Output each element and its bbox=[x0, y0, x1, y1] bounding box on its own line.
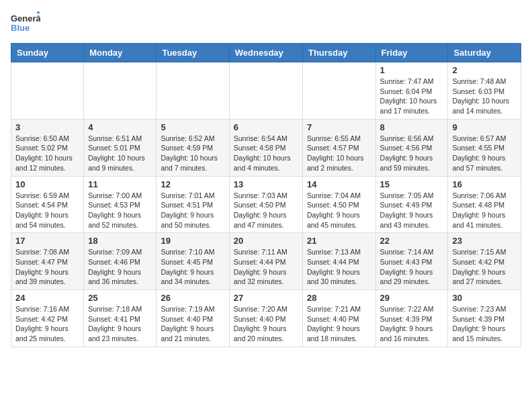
day-number: 18 bbox=[88, 236, 152, 246]
day-number: 17 bbox=[15, 236, 79, 246]
day-info: Sunrise: 6:51 AM Sunset: 5:01 PM Dayligh… bbox=[88, 134, 152, 173]
calendar-cell bbox=[157, 62, 229, 120]
calendar-header-thursday: Thursday bbox=[302, 44, 375, 62]
day-number: 9 bbox=[452, 122, 517, 132]
day-number: 20 bbox=[234, 236, 298, 246]
day-number: 4 bbox=[88, 122, 152, 132]
calendar-cell: 15Sunrise: 7:05 AM Sunset: 4:49 PM Dayli… bbox=[375, 176, 448, 233]
day-number: 14 bbox=[307, 179, 371, 189]
day-info: Sunrise: 7:03 AM Sunset: 4:50 PM Dayligh… bbox=[234, 191, 298, 230]
calendar-cell: 20Sunrise: 7:11 AM Sunset: 4:44 PM Dayli… bbox=[229, 233, 302, 290]
calendar-cell: 26Sunrise: 7:19 AM Sunset: 4:40 PM Dayli… bbox=[157, 290, 229, 347]
day-number: 26 bbox=[161, 293, 224, 303]
calendar-cell: 7Sunrise: 6:55 AM Sunset: 4:57 PM Daylig… bbox=[302, 119, 375, 176]
day-number: 19 bbox=[161, 236, 224, 246]
day-info: Sunrise: 6:54 AM Sunset: 4:58 PM Dayligh… bbox=[234, 134, 298, 173]
day-info: Sunrise: 7:09 AM Sunset: 4:46 PM Dayligh… bbox=[88, 247, 152, 287]
day-number: 8 bbox=[380, 122, 444, 132]
logo-svg: General Blue bbox=[11, 11, 40, 35]
calendar-cell bbox=[84, 62, 157, 120]
calendar-cell: 14Sunrise: 7:04 AM Sunset: 4:50 PM Dayli… bbox=[302, 176, 375, 233]
day-number: 28 bbox=[307, 293, 371, 303]
day-info: Sunrise: 6:50 AM Sunset: 5:02 PM Dayligh… bbox=[15, 134, 79, 173]
calendar-cell: 30Sunrise: 7:23 AM Sunset: 4:39 PM Dayli… bbox=[448, 290, 521, 347]
day-number: 1 bbox=[380, 65, 444, 75]
calendar-cell: 29Sunrise: 7:22 AM Sunset: 4:39 PM Dayli… bbox=[375, 290, 448, 347]
calendar-week-row: 17Sunrise: 7:08 AM Sunset: 4:47 PM Dayli… bbox=[11, 233, 521, 290]
calendar-cell: 21Sunrise: 7:13 AM Sunset: 4:44 PM Dayli… bbox=[302, 233, 375, 290]
day-info: Sunrise: 7:48 AM Sunset: 6:03 PM Dayligh… bbox=[452, 77, 517, 116]
day-number: 12 bbox=[161, 179, 224, 189]
day-info: Sunrise: 7:20 AM Sunset: 4:40 PM Dayligh… bbox=[234, 304, 298, 344]
calendar-cell: 19Sunrise: 7:10 AM Sunset: 4:45 PM Dayli… bbox=[157, 233, 229, 290]
calendar-cell bbox=[229, 62, 302, 120]
calendar-cell: 6Sunrise: 6:54 AM Sunset: 4:58 PM Daylig… bbox=[229, 119, 302, 176]
day-info: Sunrise: 7:01 AM Sunset: 4:51 PM Dayligh… bbox=[161, 191, 224, 230]
calendar-header-wednesday: Wednesday bbox=[229, 44, 302, 62]
day-info: Sunrise: 7:16 AM Sunset: 4:42 PM Dayligh… bbox=[15, 304, 79, 344]
day-info: Sunrise: 7:22 AM Sunset: 4:39 PM Dayligh… bbox=[380, 304, 444, 344]
day-info: Sunrise: 7:13 AM Sunset: 4:44 PM Dayligh… bbox=[307, 247, 371, 287]
page-header: General Blue bbox=[11, 11, 521, 35]
day-number: 24 bbox=[15, 293, 79, 303]
calendar-cell bbox=[302, 62, 375, 120]
calendar-header-saturday: Saturday bbox=[448, 44, 521, 62]
calendar-cell: 24Sunrise: 7:16 AM Sunset: 4:42 PM Dayli… bbox=[11, 290, 84, 347]
calendar-cell: 12Sunrise: 7:01 AM Sunset: 4:51 PM Dayli… bbox=[157, 176, 229, 233]
day-number: 11 bbox=[88, 179, 152, 189]
day-number: 15 bbox=[380, 179, 444, 189]
calendar-cell: 16Sunrise: 7:06 AM Sunset: 4:48 PM Dayli… bbox=[448, 176, 521, 233]
day-info: Sunrise: 7:06 AM Sunset: 4:48 PM Dayligh… bbox=[452, 191, 517, 230]
calendar-header-friday: Friday bbox=[375, 44, 448, 62]
day-number: 5 bbox=[161, 122, 224, 132]
calendar-cell: 18Sunrise: 7:09 AM Sunset: 4:46 PM Dayli… bbox=[84, 233, 157, 290]
calendar-cell: 2Sunrise: 7:48 AM Sunset: 6:03 PM Daylig… bbox=[448, 62, 521, 120]
logo: General Blue bbox=[11, 11, 40, 35]
calendar-week-row: 10Sunrise: 6:59 AM Sunset: 4:54 PM Dayli… bbox=[11, 176, 521, 233]
svg-text:General: General bbox=[11, 13, 40, 24]
day-info: Sunrise: 7:47 AM Sunset: 6:04 PM Dayligh… bbox=[380, 77, 444, 116]
calendar-header-row: SundayMondayTuesdayWednesdayThursdayFrid… bbox=[11, 44, 521, 62]
calendar-cell: 17Sunrise: 7:08 AM Sunset: 4:47 PM Dayli… bbox=[11, 233, 84, 290]
calendar-cell: 23Sunrise: 7:15 AM Sunset: 4:42 PM Dayli… bbox=[448, 233, 521, 290]
calendar-cell: 28Sunrise: 7:21 AM Sunset: 4:40 PM Dayli… bbox=[302, 290, 375, 347]
day-info: Sunrise: 7:00 AM Sunset: 4:53 PM Dayligh… bbox=[88, 191, 152, 230]
svg-marker-2 bbox=[36, 11, 40, 13]
day-info: Sunrise: 7:14 AM Sunset: 4:43 PM Dayligh… bbox=[380, 247, 444, 287]
day-info: Sunrise: 6:55 AM Sunset: 4:57 PM Dayligh… bbox=[307, 134, 371, 173]
calendar-header-sunday: Sunday bbox=[11, 44, 84, 62]
day-info: Sunrise: 6:52 AM Sunset: 4:59 PM Dayligh… bbox=[161, 134, 224, 173]
calendar-cell: 10Sunrise: 6:59 AM Sunset: 4:54 PM Dayli… bbox=[11, 176, 84, 233]
day-number: 10 bbox=[15, 179, 79, 189]
day-info: Sunrise: 7:19 AM Sunset: 4:40 PM Dayligh… bbox=[161, 304, 224, 344]
day-number: 3 bbox=[15, 122, 79, 132]
day-number: 23 bbox=[452, 236, 517, 246]
day-info: Sunrise: 6:56 AM Sunset: 4:56 PM Dayligh… bbox=[380, 134, 444, 173]
day-number: 30 bbox=[452, 293, 517, 303]
svg-text:Blue: Blue bbox=[11, 23, 30, 33]
calendar-cell: 1Sunrise: 7:47 AM Sunset: 6:04 PM Daylig… bbox=[375, 62, 448, 120]
day-number: 27 bbox=[234, 293, 298, 303]
calendar-cell: 4Sunrise: 6:51 AM Sunset: 5:01 PM Daylig… bbox=[84, 119, 157, 176]
day-info: Sunrise: 6:59 AM Sunset: 4:54 PM Dayligh… bbox=[15, 191, 79, 230]
calendar-week-row: 24Sunrise: 7:16 AM Sunset: 4:42 PM Dayli… bbox=[11, 290, 521, 347]
day-info: Sunrise: 6:57 AM Sunset: 4:55 PM Dayligh… bbox=[452, 134, 517, 173]
calendar-cell: 25Sunrise: 7:18 AM Sunset: 4:41 PM Dayli… bbox=[84, 290, 157, 347]
calendar-cell: 11Sunrise: 7:00 AM Sunset: 4:53 PM Dayli… bbox=[84, 176, 157, 233]
calendar-cell: 13Sunrise: 7:03 AM Sunset: 4:50 PM Dayli… bbox=[229, 176, 302, 233]
day-info: Sunrise: 7:18 AM Sunset: 4:41 PM Dayligh… bbox=[88, 304, 152, 344]
day-number: 2 bbox=[452, 65, 517, 75]
calendar-header-tuesday: Tuesday bbox=[157, 44, 229, 62]
day-info: Sunrise: 7:15 AM Sunset: 4:42 PM Dayligh… bbox=[452, 247, 517, 287]
calendar-cell: 27Sunrise: 7:20 AM Sunset: 4:40 PM Dayli… bbox=[229, 290, 302, 347]
calendar-cell bbox=[11, 62, 84, 120]
calendar-week-row: 3Sunrise: 6:50 AM Sunset: 5:02 PM Daylig… bbox=[11, 119, 521, 176]
day-number: 25 bbox=[88, 293, 152, 303]
day-number: 29 bbox=[380, 293, 444, 303]
calendar-cell: 8Sunrise: 6:56 AM Sunset: 4:56 PM Daylig… bbox=[375, 119, 448, 176]
calendar-week-row: 1Sunrise: 7:47 AM Sunset: 6:04 PM Daylig… bbox=[11, 62, 521, 120]
calendar-cell: 22Sunrise: 7:14 AM Sunset: 4:43 PM Dayli… bbox=[375, 233, 448, 290]
day-info: Sunrise: 7:04 AM Sunset: 4:50 PM Dayligh… bbox=[307, 191, 371, 230]
calendar-cell: 5Sunrise: 6:52 AM Sunset: 4:59 PM Daylig… bbox=[157, 119, 229, 176]
day-number: 13 bbox=[234, 179, 298, 189]
